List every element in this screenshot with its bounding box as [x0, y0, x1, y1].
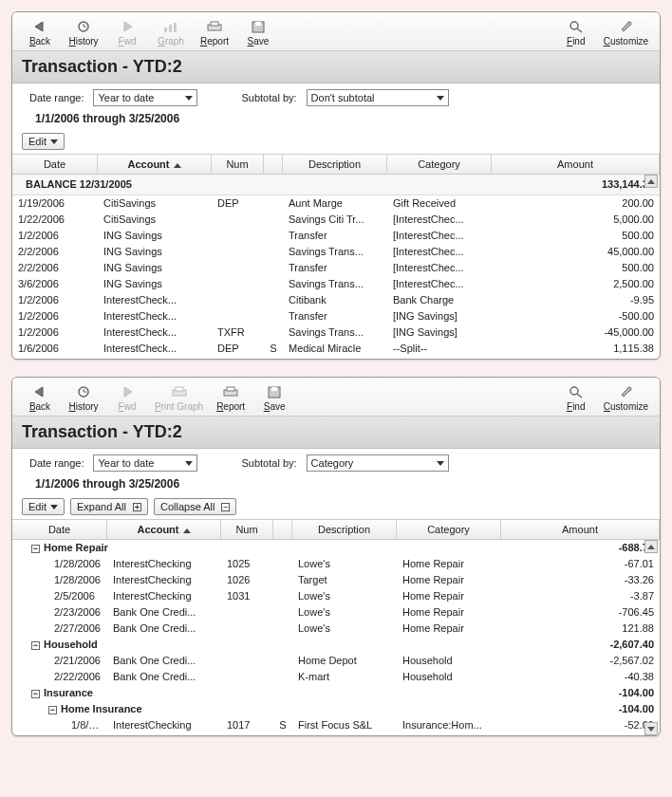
table-row[interactable]: 1/2/2006InterestCheck...TXFRSavings Tran… — [12, 324, 660, 341]
col-date[interactable]: Date — [12, 520, 107, 539]
table-row[interactable]: 2/22/2006Bank One Credi...K-martHousehol… — [12, 669, 660, 685]
table-row[interactable]: 2/5/2006InterestChecking1031Lowe'sHome R… — [12, 588, 660, 604]
table-row[interactable]: 1/28/2006InterestChecking1026TargetHome … — [12, 572, 660, 588]
save-button[interactable]: Save — [238, 16, 278, 48]
sub-toolbar: Edit — [12, 131, 660, 154]
col-description[interactable]: Description — [283, 155, 387, 174]
table-row[interactable]: 2/27/2006Bank One Credi...Lowe'sHome Rep… — [12, 621, 660, 637]
customize-label: Customize — [604, 36, 648, 46]
table-row[interactable]: 1/19/2006CitiSavingsDEPAunt MargeGift Re… — [12, 195, 660, 212]
arrow-up-icon — [647, 179, 655, 184]
history-button[interactable]: History — [64, 381, 103, 414]
history-icon — [74, 383, 93, 400]
save-label: Save — [264, 401, 286, 412]
magnifier-icon — [567, 18, 586, 35]
printer-icon — [205, 18, 224, 35]
col-num[interactable]: Num — [212, 155, 264, 174]
scroll-up-button[interactable] — [644, 175, 658, 188]
printer-icon — [221, 383, 240, 400]
report-button[interactable]: Report — [195, 16, 234, 48]
subtotal-by-select[interactable]: Category — [307, 454, 449, 472]
edit-label: Edit — [28, 136, 47, 147]
col-amount[interactable]: Amount — [501, 520, 660, 539]
back-button[interactable]: Back — [20, 16, 60, 48]
col-num[interactable]: Num — [221, 520, 273, 539]
table-row[interactable]: 2/21/2006Bank One Credi...Home DepotHous… — [12, 653, 660, 669]
svg-rect-1 — [164, 28, 167, 32]
table-row[interactable]: 2/2/2006ING SavingsTransfer[InterestChec… — [12, 260, 660, 276]
history-button[interactable]: History — [64, 16, 103, 48]
balance-row: BALANCE 12/31/2005 133,144.37 — [12, 175, 660, 195]
table-row[interactable]: 1/2/2006InterestCheck...Transfer[ING Sav… — [12, 308, 660, 324]
collapse-all-button[interactable]: Collapse All − — [154, 498, 236, 515]
date-range-value: Year to date — [98, 457, 154, 469]
find-label: Find — [567, 36, 585, 46]
collapse-icon[interactable]: − — [48, 706, 57, 714]
date-range-select[interactable]: Year to date — [93, 89, 197, 106]
table-row[interactable]: 1/2/2006InterestCheck...CitibankBank Cha… — [12, 292, 660, 308]
table-row[interactable]: 1/22/2006CitiSavingsSavings Citi Tr...[I… — [12, 212, 660, 228]
col-account[interactable]: Account — [98, 155, 212, 174]
find-label: Find — [567, 401, 585, 412]
table-row[interactable]: 2/2/2006ING SavingsSavings Trans...[Inte… — [12, 244, 660, 260]
scroll-down-button[interactable] — [644, 722, 658, 735]
sort-asc-icon — [174, 163, 181, 168]
table-row[interactable]: 1/8/2006InterestChecking1017SFirst Focus… — [12, 717, 660, 733]
customize-button[interactable]: Customize — [600, 381, 652, 414]
report-window-no-subtotal: Back History Fwd Graph Report Save Find — [11, 11, 661, 360]
table-row[interactable]: 2/23/2006Bank One Credi...Lowe'sHome Rep… — [12, 604, 660, 621]
group-row[interactable]: −Household-2,607.40 — [12, 637, 660, 653]
group-row[interactable]: −Insurance-104.00 — [12, 685, 660, 701]
date-range-label: Date range: — [29, 457, 84, 469]
col-amount[interactable]: Amount — [492, 155, 660, 174]
expand-all-label: Expand All — [77, 501, 126, 512]
edit-label: Edit — [28, 501, 47, 512]
svg-point-17 — [570, 387, 578, 395]
sort-asc-icon — [183, 528, 191, 533]
col-description[interactable]: Description — [292, 520, 397, 539]
expand-all-button[interactable]: Expand All + — [70, 498, 148, 515]
col-category[interactable]: Category — [397, 520, 501, 539]
back-button[interactable]: Back — [20, 381, 60, 414]
table-row[interactable]: 3/6/2006ING SavingsSavings Trans...[Inte… — [12, 276, 660, 292]
group-row[interactable]: −Home Insurance-104.00 — [12, 701, 660, 717]
group-row[interactable]: −Home Repair-688.71 — [12, 540, 660, 556]
customize-button[interactable]: Customize — [600, 16, 652, 48]
col-account[interactable]: Account — [107, 520, 221, 539]
graph-label: Graph — [158, 36, 184, 46]
filter-bar: Date range: Year to date Subtotal by: Do… — [12, 83, 660, 110]
table-row[interactable]: 1/28/2006InterestChecking1025Lowe'sHome … — [12, 556, 660, 572]
subtotal-by-value: Don't subtotal — [311, 92, 375, 103]
subtotal-by-select[interactable]: Don't subtotal — [307, 89, 449, 106]
report-button[interactable]: Report — [211, 381, 251, 414]
scroll-up-button[interactable] — [644, 540, 658, 553]
collapse-icon[interactable]: − — [31, 641, 40, 650]
edit-menu-button[interactable]: Edit — [22, 498, 65, 515]
table-row[interactable]: 1/6/2006InterestCheck...DEPSMedical Mira… — [12, 341, 660, 357]
collapse-icon[interactable]: − — [31, 690, 40, 698]
graph-button: Graph — [151, 16, 191, 48]
forward-arrow-icon — [118, 383, 137, 400]
table-row[interactable]: 1/2/2006ING SavingsTransfer[InterestChec… — [12, 228, 660, 244]
col-category[interactable]: Category — [387, 155, 492, 174]
find-button[interactable]: Find — [556, 16, 596, 48]
col-status[interactable] — [273, 520, 292, 539]
transaction-rows-grouped: −Home Repair-688.711/28/2006InterestChec… — [12, 540, 660, 735]
print-graph-button: Print Graph — [151, 381, 207, 414]
date-range-text: 1/1/2006 through 3/25/2006 — [12, 475, 660, 496]
balance-label: BALANCE 12/31/2005 — [12, 177, 138, 192]
plus-icon: + — [133, 503, 141, 511]
col-date[interactable]: Date — [12, 155, 98, 174]
collapse-icon[interactable]: − — [31, 545, 40, 553]
find-button[interactable]: Find — [556, 381, 596, 414]
edit-menu-button[interactable]: Edit — [22, 133, 65, 150]
toolbar: Back History Fwd Graph Report Save Find — [12, 12, 660, 51]
minus-icon: − — [221, 503, 230, 511]
history-label: History — [68, 401, 98, 412]
report-window-by-category: Back History Fwd Print Graph Report Save… — [11, 377, 661, 736]
save-button[interactable]: Save — [254, 381, 294, 414]
col-status[interactable] — [264, 155, 283, 174]
save-icon — [249, 18, 268, 35]
date-range-select[interactable]: Year to date — [93, 454, 197, 472]
report-title: Transaction - YTD:2 — [12, 417, 660, 449]
